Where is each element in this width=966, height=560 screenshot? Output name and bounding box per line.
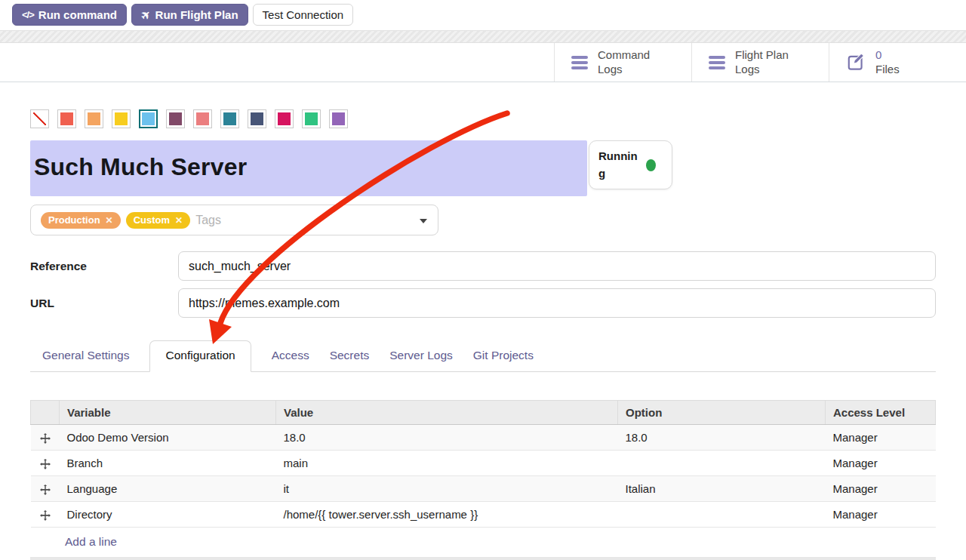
chevron-down-icon[interactable] [420,219,427,223]
cell-value[interactable]: /home/{{ tower.server.ssh_username }} [276,502,618,528]
reference-input[interactable] [178,251,936,281]
status-dot-icon [646,159,656,171]
color-swatch-orange[interactable] [85,109,103,128]
tag-pill-production: Production ✕ [41,212,121,229]
cell-value[interactable]: main [276,451,618,476]
cell-value[interactable]: 18.0 [276,425,618,451]
url-label: URL [30,297,178,310]
cell-variable[interactable]: Branch [60,451,276,476]
list-lines-icon [709,56,725,69]
color-swatch-no-color[interactable] [30,109,49,128]
color-swatch-salmon-pink[interactable] [193,109,212,128]
tab-secrets[interactable]: Secrets [330,341,370,371]
table-row[interactable]: Branch main Manager [31,451,936,476]
add-line-row: Add a line [30,528,936,558]
tag-pill-custom: Custom ✕ [126,212,190,229]
tag-label: Custom [134,214,170,226]
cell-access-level[interactable]: Manager [826,451,936,476]
run-command-button[interactable]: </> Run command [12,4,127,26]
files-label: 0 Files [875,48,900,77]
tags-placeholder: Tags [195,214,221,227]
cell-option[interactable] [618,451,826,476]
flight-plan-logs-button[interactable]: Flight Plan Logs [691,43,829,82]
edit-pencil-icon [846,53,866,72]
move-icon [40,510,51,521]
tags-field[interactable]: Production ✕ Custom ✕ Tags [30,205,438,235]
column-header-value[interactable]: Value [276,401,618,425]
tag-remove-icon[interactable]: ✕ [175,215,183,226]
record-title[interactable]: Such Much Server [30,140,587,196]
drag-handle[interactable] [31,425,60,451]
tab-git-projects[interactable]: Git Projects [473,341,534,371]
status-label: Running [598,148,640,182]
color-swatch-dark-blue[interactable] [248,109,266,128]
table-row[interactable]: Language it Italian Manager [31,476,936,502]
plane-icon: ✈ [138,7,154,23]
run-flight-plan-button[interactable]: ✈ Run Flight Plan [131,4,248,26]
cell-option[interactable]: 18.0 [618,425,826,451]
move-icon [40,459,51,469]
move-icon [40,485,51,495]
cell-option[interactable]: Italian [618,476,826,502]
cell-value[interactable]: it [276,476,618,502]
color-swatch-fuchsia[interactable] [275,109,294,128]
add-a-line-link[interactable]: Add a line [65,535,117,548]
code-icon: </> [22,9,34,20]
divider-strip [0,30,966,43]
tab-server-logs[interactable]: Server Logs [389,341,453,371]
title-row: Such Much Server Running [30,140,936,196]
status-card: Running [589,140,672,189]
test-connection-label: Test Connection [263,8,344,21]
files-count: 0 [875,48,881,61]
table-header-row: Variable Value Option Access Level [31,401,936,425]
color-swatch-green[interactable] [302,109,321,128]
table-row[interactable]: Directory /home/{{ tower.server.ssh_user… [31,502,936,528]
flight-plan-logs-label: Flight Plan Logs [735,48,789,77]
color-swatch-medium-blue[interactable] [220,109,239,128]
configuration-table: Variable Value Option Access Level Odoo … [30,400,936,528]
run-flight-plan-label: Run Flight Plan [155,8,238,21]
color-swatch-light-blue[interactable] [139,109,158,128]
tab-configuration[interactable]: Configuration [149,340,251,372]
cell-variable[interactable]: Language [60,476,276,502]
cell-variable[interactable]: Directory [60,502,276,528]
column-header-access-level[interactable]: Access Level [826,401,936,425]
url-input[interactable] [178,288,936,318]
record-form: Such Much Server Running Production ✕ Cu… [0,109,966,560]
cell-access-level[interactable]: Manager [826,425,936,451]
files-button[interactable]: 0 Files [829,43,966,82]
color-palette [30,109,936,128]
cell-option[interactable] [618,502,826,528]
reference-label: Reference [30,260,178,273]
reference-row: Reference [30,251,936,281]
command-logs-button[interactable]: Command Logs [554,43,691,82]
drag-handle[interactable] [31,476,60,502]
column-header-variable[interactable]: Variable [60,401,276,425]
tag-remove-icon[interactable]: ✕ [106,215,113,226]
tag-label: Production [48,214,100,226]
color-swatch-red[interactable] [57,109,76,128]
tab-access[interactable]: Access [272,341,309,371]
drag-handle[interactable] [31,451,60,476]
cell-access-level[interactable]: Manager [826,502,936,528]
cell-variable[interactable]: Odoo Demo Version [60,425,276,451]
handle-column-header [31,401,60,425]
move-icon [40,433,51,444]
header-band: Command Logs Flight Plan Logs 0 Files [0,43,966,82]
color-swatch-yellow[interactable] [112,109,131,128]
action-toolbar: </> Run command ✈ Run Flight Plan Test C… [0,0,966,30]
tab-general-settings[interactable]: General Settings [42,341,129,371]
run-command-label: Run command [38,8,117,21]
command-logs-label: Command Logs [598,48,650,77]
drag-handle[interactable] [31,502,60,528]
column-header-option[interactable]: Option [618,401,826,425]
color-swatch-dark-purple[interactable] [166,109,185,128]
test-connection-button[interactable]: Test Connection [253,4,354,26]
list-lines-icon [571,56,588,69]
notebook-tabs: General Settings Configuration Access Se… [30,340,936,372]
color-swatch-purple[interactable] [329,109,348,128]
table-row[interactable]: Odoo Demo Version 18.0 18.0 Manager [31,425,936,451]
url-row: URL [30,288,936,318]
cell-access-level[interactable]: Manager [826,476,936,502]
